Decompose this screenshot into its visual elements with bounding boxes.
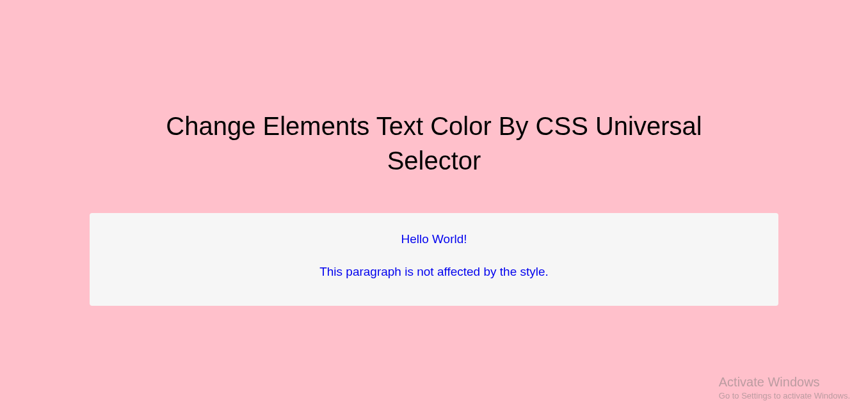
content-box: Hello World! This paragraph is not affec… [90,213,778,306]
watermark-subtitle: Go to Settings to activate Windows. [719,391,850,400]
page-title: Change Elements Text Color By CSS Univer… [146,109,722,178]
windows-activation-watermark: Activate Windows Go to Settings to activ… [719,375,850,400]
content-line-1: Hello World! [102,231,766,248]
page-container: Change Elements Text Color By CSS Univer… [0,0,868,306]
content-line-2: This paragraph is not affected by the st… [102,264,766,281]
watermark-title: Activate Windows [719,375,850,390]
